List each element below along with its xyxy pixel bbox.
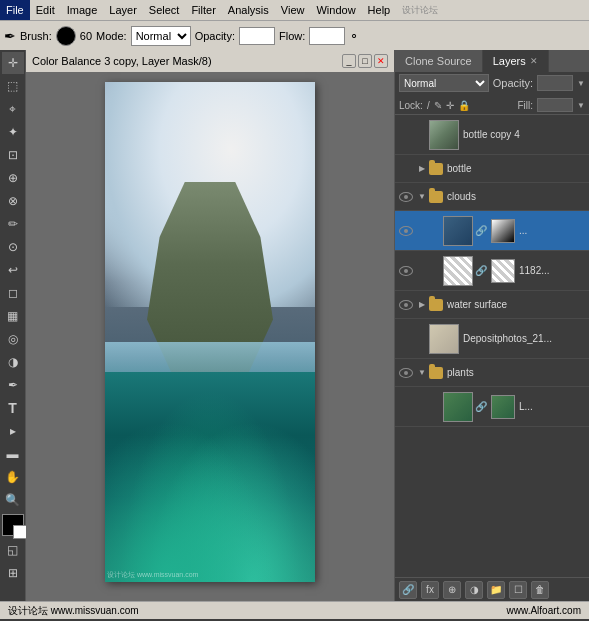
menu-layer[interactable]: Layer — [103, 0, 143, 20]
menu-window[interactable]: Window — [310, 0, 361, 20]
status-bar: 设计论坛 www.missvuan.com www.Alfoart.com — [0, 601, 589, 619]
eraser-tool[interactable]: ◻ — [2, 282, 24, 304]
type-tool[interactable]: T — [2, 397, 24, 419]
layer-item-selected_layer[interactable]: 🔗... — [395, 211, 589, 251]
menu-edit[interactable]: Edit — [30, 0, 61, 20]
select-rect-tool[interactable]: ⬚ — [2, 75, 24, 97]
restore-button[interactable]: □ — [358, 54, 372, 68]
flow-label: Flow: — [279, 30, 305, 42]
brush-tool[interactable]: ✏ — [2, 213, 24, 235]
delete-layer-button[interactable]: 🗑 — [531, 581, 549, 599]
screen-mode-tool[interactable]: ⊞ — [2, 562, 24, 584]
layer-item-water_surface[interactable]: ▶water surface — [395, 291, 589, 319]
airbrush-icon[interactable]: ⚬ — [349, 29, 359, 43]
canvas-inner[interactable]: 设计论坛 www.missvuan.com — [26, 72, 394, 601]
magic-wand-tool[interactable]: ✦ — [2, 121, 24, 143]
expand-col-plants[interactable]: ▼ — [415, 368, 429, 377]
layer-item-clouds[interactable]: ▼clouds — [395, 183, 589, 211]
layer-name-selected_layer: ... — [515, 225, 587, 236]
menu-help[interactable]: Help — [362, 0, 397, 20]
eye-visible — [399, 300, 413, 310]
panel-tabs: Clone Source Layers ✕ — [395, 50, 589, 72]
mask-button[interactable]: ⊕ — [443, 581, 461, 599]
canvas-area: Color Balance 3 copy, Layer Mask/8) _ □ … — [26, 50, 394, 601]
new-layer-button[interactable]: ☐ — [509, 581, 527, 599]
lock-paint-icon[interactable]: ✎ — [434, 100, 442, 111]
expand-col-water_surface[interactable]: ▶ — [415, 300, 429, 309]
eye-icon-water_surface[interactable] — [397, 300, 415, 310]
move-tool[interactable]: ✛ — [2, 52, 24, 74]
menu-file[interactable]: File — [0, 0, 30, 20]
layer-item-bottle_copy4[interactable]: bottle copy 4 — [395, 115, 589, 155]
minimize-button[interactable]: _ — [342, 54, 356, 68]
dodge-tool[interactable]: ◑ — [2, 351, 24, 373]
fx-button[interactable]: fx — [421, 581, 439, 599]
expand-col-bottle[interactable]: ▶ — [415, 164, 429, 173]
pen-tool[interactable]: ✒ — [2, 374, 24, 396]
layer-name-bottle: bottle — [443, 163, 587, 174]
heal-tool[interactable]: ⊗ — [2, 190, 24, 212]
layer-thumb-selected_layer — [443, 216, 473, 246]
tab-clone-source[interactable]: Clone Source — [395, 50, 483, 72]
layer-thumb-bottle_copy4 — [429, 120, 459, 150]
fill-input[interactable]: 100% — [537, 98, 573, 112]
clone-tool[interactable]: ⊙ — [2, 236, 24, 258]
layer-item-plants[interactable]: ▼plants — [395, 359, 589, 387]
layer-item-plants_layer[interactable]: 🔗L... — [395, 387, 589, 427]
eye-icon-plants[interactable] — [397, 368, 415, 378]
layer-mask-layer_1182 — [491, 259, 515, 283]
menu-brand: 设计论坛 — [396, 0, 444, 20]
blur-tool[interactable]: ◎ — [2, 328, 24, 350]
close-button[interactable]: ✕ — [374, 54, 388, 68]
layer-name-layer_1182: 1182... — [515, 265, 587, 276]
tab-layers-close[interactable]: ✕ — [530, 56, 538, 66]
eye-icon-selected_layer[interactable] — [397, 226, 415, 236]
adjustment-button[interactable]: ◑ — [465, 581, 483, 599]
lock-all-icon[interactable]: 🔒 — [458, 100, 470, 111]
menu-image[interactable]: Image — [61, 0, 104, 20]
shape-tool[interactable]: ▬ — [2, 443, 24, 465]
lock-transparent-icon[interactable]: / — [427, 100, 430, 111]
window-title-bar: Color Balance 3 copy, Layer Mask/8) _ □ … — [26, 50, 394, 72]
brush-label: Brush: — [20, 30, 52, 42]
path-select-tool[interactable]: ▸ — [2, 420, 24, 442]
layer-name-deposit: Depositphotos_21... — [459, 333, 587, 344]
opacity-label: Opacity: — [493, 77, 533, 89]
menu-filter[interactable]: Filter — [185, 0, 221, 20]
quick-mask-tool[interactable]: ◱ — [2, 539, 24, 561]
window-controls: _ □ ✕ — [342, 54, 388, 68]
gradient-tool[interactable]: ▦ — [2, 305, 24, 327]
blend-mode-select[interactable]: Normal Multiply Screen — [399, 74, 489, 92]
new-group-button[interactable]: 📁 — [487, 581, 505, 599]
flow-input[interactable]: 100% — [309, 27, 345, 45]
lock-move-icon[interactable]: ✛ — [446, 100, 454, 111]
layer-item-deposit[interactable]: Depositphotos_21... — [395, 319, 589, 359]
hand-tool[interactable]: ✋ — [2, 466, 24, 488]
opacity-input[interactable]: 100% — [537, 75, 573, 91]
eye-icon-clouds[interactable] — [397, 192, 415, 202]
layer-chain-icon: 🔗 — [475, 401, 487, 412]
fill-expand-icon: ▼ — [577, 101, 585, 110]
tab-layers[interactable]: Layers ✕ — [483, 50, 549, 72]
menu-analysis[interactable]: Analysis — [222, 0, 275, 20]
foreground-color[interactable] — [2, 514, 24, 536]
expand-col-clouds[interactable]: ▼ — [415, 192, 429, 201]
menu-select[interactable]: Select — [143, 0, 186, 20]
layer-item-bottle[interactable]: ▶bottle — [395, 155, 589, 183]
layer-bottom-bar: 🔗 fx ⊕ ◑ 📁 ☐ 🗑 — [395, 577, 589, 601]
menu-view[interactable]: View — [275, 0, 311, 20]
eyedropper-tool[interactable]: ⊕ — [2, 167, 24, 189]
status-right: www.Alfoart.com — [507, 605, 581, 616]
crop-tool[interactable]: ⊡ — [2, 144, 24, 166]
zoom-tool[interactable]: 🔍 — [2, 489, 24, 511]
brush-preview[interactable] — [56, 26, 76, 46]
link-layers-button[interactable]: 🔗 — [399, 581, 417, 599]
lasso-tool[interactable]: ⌖ — [2, 98, 24, 120]
mode-select[interactable]: Normal Multiply Screen — [131, 26, 191, 46]
layer-item-layer_1182[interactable]: 🔗1182... — [395, 251, 589, 291]
history-tool[interactable]: ↩ — [2, 259, 24, 281]
photo-canvas: 设计论坛 www.missvuan.com — [105, 82, 315, 582]
opacity-input[interactable]: 100% — [239, 27, 275, 45]
eye-icon-layer_1182[interactable] — [397, 266, 415, 276]
layer-list[interactable]: bottle copy 4▶bottle▼clouds🔗...🔗1182...▶… — [395, 115, 589, 577]
